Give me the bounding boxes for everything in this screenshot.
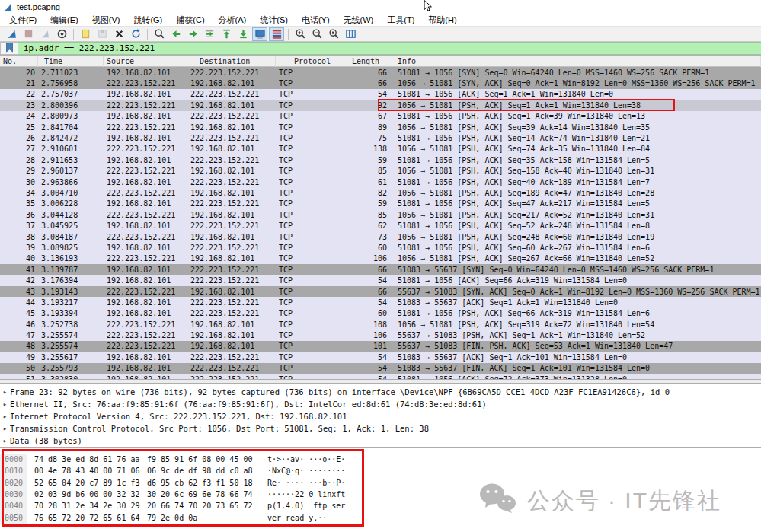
- packet-row-39[interactable]: 393.089825192.168.82.101222.223.152.221T…: [0, 242, 761, 253]
- find-packet-icon[interactable]: [152, 27, 167, 41]
- hex-dump-pane[interactable]: 000074 d8 3e ed 8d 61 76 aaf9 85 91 6f 0…: [0, 448, 761, 532]
- cell-no: 24: [0, 112, 38, 120]
- menu-item-4[interactable]: 跳转(G): [126, 14, 169, 27]
- packet-row-28[interactable]: 282.911653192.168.82.101222.223.152.221T…: [0, 155, 761, 165]
- cell-dst: 222.223.152.221: [187, 178, 276, 186]
- capture-options-icon[interactable]: [54, 27, 69, 41]
- packet-row-30[interactable]: 302.963866192.168.82.101222.223.152.221T…: [0, 177, 761, 187]
- zoom-in-icon[interactable]: [293, 27, 308, 41]
- menu-item-6[interactable]: 分析(A): [212, 14, 254, 27]
- cell-proto: TCP: [276, 233, 344, 241]
- menu-item-10[interactable]: 工具(T): [380, 14, 421, 27]
- packet-row-24[interactable]: 242.800973192.168.82.101222.223.152.221T…: [0, 111, 761, 122]
- col-header-destination[interactable]: Destination: [187, 56, 276, 67]
- start-capture-icon[interactable]: [4, 27, 19, 41]
- packet-row-48[interactable]: 483.255574222.223.152.221192.168.82.101T…: [0, 341, 761, 352]
- hex-bytes: 00 4e 78 43 40 00 71 06: [34, 467, 142, 475]
- packet-row-47[interactable]: 473.255574222.223.152.221192.168.82.101T…: [0, 330, 761, 340]
- cell-proto: TCP: [276, 364, 344, 372]
- col-header-no[interactable]: No.: [0, 56, 38, 67]
- cell-src: 192.168.82.101: [104, 276, 187, 285]
- packet-row-37[interactable]: 373.045925192.168.82.101222.223.152.221T…: [0, 220, 761, 231]
- resize-columns-icon[interactable]: [343, 27, 358, 41]
- save-file-icon[interactable]: [94, 27, 110, 41]
- packet-row-21[interactable]: 212.756958222.223.152.221192.168.82.101T…: [0, 78, 761, 88]
- menu-item-2[interactable]: 编辑(E): [43, 14, 85, 27]
- col-header-time[interactable]: Time: [38, 56, 104, 67]
- go-back-icon[interactable]: [168, 27, 184, 41]
- packet-row-40[interactable]: 403.136193222.223.152.221192.168.82.101T…: [0, 253, 761, 264]
- hex-line-0030[interactable]: 003002 03 9d b6 00 00 32 3230 20 6c 69 6…: [0, 489, 761, 500]
- auto-scroll-icon[interactable]: [252, 27, 267, 41]
- hex-line-0000[interactable]: 000074 d8 3e ed 8d 61 76 aaf9 85 91 6f 0…: [0, 454, 761, 465]
- cell-no: 48: [0, 342, 38, 350]
- detail-line-1[interactable]: ▸Frame 23: 92 bytes on wire (736 bits), …: [0, 386, 761, 398]
- packet-row-46[interactable]: 463.252738222.223.152.221192.168.82.101T…: [0, 319, 761, 330]
- expand-chevron-icon[interactable]: ▸: [0, 413, 10, 420]
- zoom-original-icon[interactable]: [326, 27, 341, 41]
- menu-item-1[interactable]: 文件(F): [2, 14, 43, 27]
- menu-item-7[interactable]: 统计(S): [253, 14, 295, 27]
- packet-row-49[interactable]: 493.255617192.168.82.101222.223.152.221T…: [0, 352, 761, 362]
- menu-item-3[interactable]: 视图(V): [85, 14, 127, 27]
- filter-bookmark-button[interactable]: [0, 42, 18, 55]
- menu-item-11[interactable]: 帮助(H): [421, 14, 463, 27]
- restart-capture-icon[interactable]: [37, 27, 53, 41]
- col-header-protocol[interactable]: Protocol: [276, 56, 344, 67]
- detail-line-4[interactable]: ▸Transmission Control Protocol, Src Port…: [0, 422, 761, 435]
- go-forward-icon[interactable]: [185, 27, 200, 41]
- close-file-icon[interactable]: [111, 27, 126, 41]
- expand-chevron-icon[interactable]: ▸: [0, 437, 10, 444]
- hex-line-0040[interactable]: 004070 28 31 2e 34 2e 30 2920 66 74 70 2…: [0, 500, 761, 511]
- go-to-packet-icon[interactable]: [202, 27, 217, 41]
- packet-row-44[interactable]: 443.193217192.168.82.101222.223.152.221T…: [0, 297, 761, 307]
- packet-row-42[interactable]: 423.176394192.168.82.101222.223.152.221T…: [0, 275, 761, 285]
- col-header-info[interactable]: Info: [388, 56, 761, 67]
- packet-row-51[interactable]: 513.302830192.168.82.101222.223.152.221T…: [0, 374, 761, 379]
- stop-capture-icon[interactable]: [21, 27, 36, 41]
- packet-row-50[interactable]: 503.255793192.168.82.101222.223.152.221T…: [0, 363, 761, 374]
- packet-row-23[interactable]: 232.800396222.223.152.221192.168.82.101T…: [0, 100, 761, 110]
- menu-item-5[interactable]: 捕获(C): [169, 14, 211, 27]
- packet-row-35[interactable]: 353.006228192.168.82.101222.223.152.221T…: [0, 199, 761, 209]
- colorize-icon[interactable]: [269, 27, 284, 41]
- cell-info: 51081 → 1056 [PSH, ACK] Seq=66 Ack=319 W…: [388, 309, 761, 317]
- display-filter-input[interactable]: ip.addr == 222.223.152.221: [18, 42, 761, 55]
- expand-chevron-icon[interactable]: ▸: [0, 400, 10, 408]
- menu-item-9[interactable]: 无线(W): [337, 14, 381, 27]
- hex-line-0050[interactable]: 005076 65 72 20 72 65 61 6479 2e 0d 0ave…: [0, 511, 761, 523]
- hex-bytes: 70 28 31 2e 34 2e 30 29: [34, 502, 142, 510]
- go-first-packet-icon[interactable]: [219, 27, 234, 41]
- packet-row-43[interactable]: 433.193143222.223.152.221192.168.82.101T…: [0, 286, 761, 297]
- hex-line-0010[interactable]: 001000 4e 78 43 40 00 71 0606 9c de df 9…: [0, 465, 761, 476]
- zoom-out-icon[interactable]: [309, 27, 325, 41]
- cell-src: 192.168.82.101: [104, 364, 187, 372]
- packet-row-25[interactable]: 252.841704222.223.152.221192.168.82.101T…: [0, 122, 761, 132]
- packet-row-26[interactable]: 262.842472192.168.82.101222.223.152.221T…: [0, 132, 761, 143]
- expand-chevron-icon[interactable]: ▸: [0, 425, 10, 432]
- packet-row-36[interactable]: 363.044128222.223.152.221192.168.82.101T…: [0, 209, 761, 220]
- packet-row-27[interactable]: 272.910601222.223.152.221192.168.82.101T…: [0, 144, 761, 155]
- cell-time: 2.800396: [38, 101, 104, 110]
- detail-line-5[interactable]: ▸Data (38 bytes): [0, 435, 761, 447]
- reload-file-icon[interactable]: [128, 27, 143, 41]
- go-last-packet-icon[interactable]: [235, 27, 251, 41]
- packet-list[interactable]: 202.711023192.168.82.101222.223.152.221T…: [0, 67, 761, 379]
- packet-details-pane[interactable]: ▸Frame 23: 92 bytes on wire (736 bits), …: [0, 384, 761, 448]
- packet-row-22[interactable]: 222.757037192.168.82.101222.223.152.221T…: [0, 89, 761, 100]
- detail-line-3[interactable]: ▸Internet Protocol Version 4, Src: 222.2…: [0, 410, 761, 422]
- packet-row-41[interactable]: 413.139787192.168.82.101222.223.152.221T…: [0, 264, 761, 275]
- expand-chevron-icon[interactable]: ▸: [0, 388, 10, 396]
- packet-row-34[interactable]: 343.004710222.223.152.221192.168.82.101T…: [0, 187, 761, 198]
- col-header-source[interactable]: Source: [104, 56, 187, 67]
- hex-line-0020[interactable]: 002052 65 04 20 c7 89 1c f3d6 95 cb 62 f…: [0, 477, 761, 489]
- packet-row-38[interactable]: 383.084187222.223.152.221192.168.82.101T…: [0, 231, 761, 242]
- detail-line-2[interactable]: ▸Ethernet II, Src: 76:aa:f9:85:91:6f (76…: [0, 398, 761, 410]
- open-file-icon[interactable]: [78, 27, 93, 41]
- col-header-length[interactable]: Length: [344, 56, 388, 67]
- packet-row-20[interactable]: 202.711023192.168.82.101222.223.152.221T…: [0, 67, 761, 78]
- packet-row-29[interactable]: 292.960137222.223.152.221192.168.82.101T…: [0, 166, 761, 177]
- menu-item-8[interactable]: 电话(Y): [295, 14, 337, 27]
- packet-row-45[interactable]: 453.193394192.168.82.101222.223.152.221T…: [0, 308, 761, 319]
- cell-no: 40: [0, 254, 38, 263]
